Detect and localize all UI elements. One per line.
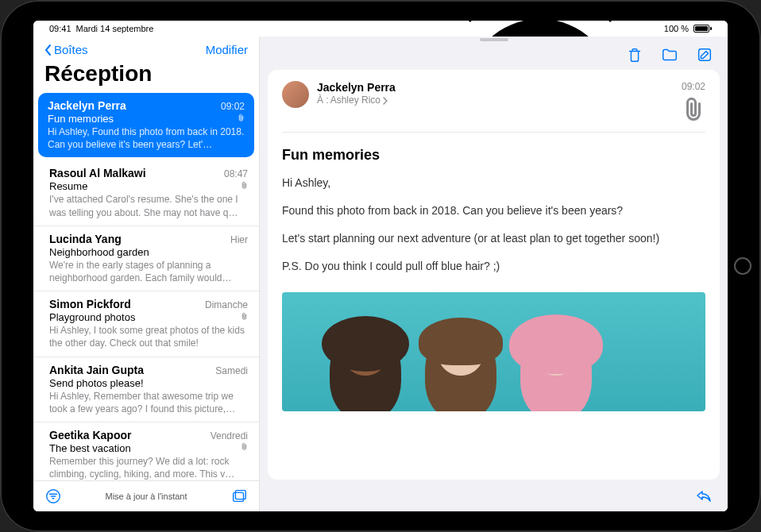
mail-subject: Fun memories — [48, 113, 114, 125]
mail-sender: Simon Pickford — [49, 298, 131, 310]
attachment-icon[interactable] — [682, 95, 705, 125]
mail-time: Samedi — [215, 365, 248, 376]
attached-photo[interactable] — [282, 292, 705, 411]
message-from[interactable]: Jackelyn Perra — [317, 81, 396, 94]
mail-subject: Neighborhood garden — [49, 246, 149, 258]
sidebar-footer: Mise à jour à l'instant — [33, 480, 259, 511]
message-time: 09:02 — [682, 81, 705, 92]
mail-item[interactable]: Jackelyn Perra09:02Fun memoriesHi Ashley… — [38, 93, 254, 157]
photo-person-2 — [425, 324, 496, 411]
mail-subject: The best vacation — [49, 442, 131, 454]
mail-preview: I've attached Carol's resume. She's the … — [49, 193, 248, 218]
status-time: 09:41 — [49, 24, 71, 33]
battery-icon — [693, 25, 712, 33]
mail-list[interactable]: Jackelyn Perra09:02Fun memoriesHi Ashley… — [33, 93, 259, 480]
photo-person-1 — [330, 324, 401, 411]
mail-time: Hier — [230, 234, 248, 245]
mail-item[interactable]: Simon PickfordDimanchePlayground photosH… — [33, 291, 259, 357]
home-button[interactable] — [734, 257, 751, 275]
mail-subject: Send photos please! — [49, 377, 144, 389]
edit-button[interactable]: Modifier — [206, 43, 248, 56]
photo-person-3 — [520, 324, 592, 411]
mail-time: 09:02 — [221, 101, 245, 112]
attachment-indicator-icon — [241, 442, 248, 453]
svg-rect-2 — [235, 491, 245, 499]
mail-preview: Hi Ashley, I took some great photos of t… — [49, 324, 248, 349]
mail-item[interactable]: Ankita Jain GuptaSamediSend photos pleas… — [33, 357, 259, 422]
chevron-left-icon — [44, 44, 52, 56]
mail-sender: Geetika Kapoor — [49, 429, 131, 441]
attachment-indicator-icon — [238, 114, 245, 124]
mail-preview: Hi Ashley, Found this photo from back in… — [48, 125, 245, 151]
battery-percent: 100 % — [664, 24, 689, 33]
body-paragraph-3: P.S. Do you think I could pull off blue … — [282, 258, 705, 275]
body-paragraph-2: Let's start planning our next adventure … — [282, 230, 705, 247]
delete-button[interactable] — [626, 46, 643, 64]
message-toolbar — [260, 41, 728, 70]
message-card: Jackelyn Perra À : Ashley Rico 09:02 — [268, 70, 720, 480]
message-header: Jackelyn Perra À : Ashley Rico 09:02 — [282, 81, 705, 133]
to-label: À : — [317, 94, 329, 106]
mail-time: 08:47 — [224, 168, 248, 179]
mail-app: Boîtes Modifier Réception Jackelyn Perra… — [33, 37, 728, 511]
mail-preview: We're in the early stages of planning a … — [49, 259, 248, 284]
mail-time: Vendredi — [211, 430, 248, 441]
mail-time: Dimanche — [205, 299, 248, 310]
mail-item[interactable]: Rasoul Al Malkawi08:47ResumeI've attache… — [33, 160, 259, 226]
compose-button[interactable] — [696, 46, 713, 64]
ipad-device-frame: 09:41 Mardi 14 septembre 100 % — [0, 0, 761, 532]
mail-subject: Resume — [49, 180, 87, 192]
sidebar: Boîtes Modifier Réception Jackelyn Perra… — [33, 37, 260, 511]
body-greeting: Hi Ashley, — [282, 175, 705, 191]
mail-sender: Jackelyn Perra — [48, 99, 126, 112]
mail-sender: Rasoul Al Malkawi — [49, 167, 146, 179]
svg-rect-1 — [234, 492, 244, 501]
body-paragraph-1: Found this photo from back in 2018. Can … — [282, 202, 705, 219]
message-body: Hi Ashley, Found this photo from back in… — [282, 175, 705, 286]
status-bar: 09:41 Mardi 14 septembre 100 % — [33, 21, 728, 37]
filter-button[interactable] — [44, 488, 62, 505]
mailbox-title: Réception — [33, 60, 259, 93]
mail-preview: Remember this journey? We did a lot: roc… — [49, 455, 248, 480]
sync-status: Mise à jour à l'instant — [106, 492, 187, 501]
mail-item[interactable]: Geetika KapoorVendrediThe best vacationR… — [33, 422, 259, 480]
content-footer — [260, 480, 728, 511]
mail-subject: Playground photos — [49, 311, 135, 323]
mail-preview: Hi Ashley, Remember that awesome trip we… — [49, 390, 248, 415]
move-folder-button[interactable] — [661, 46, 678, 64]
mail-sender: Ankita Jain Gupta — [49, 364, 144, 376]
reply-button[interactable] — [694, 486, 713, 505]
mail-item[interactable]: Lucinda YangHierNeighborhood gardenWe're… — [33, 226, 259, 291]
status-date: Mardi 14 septembre — [76, 24, 154, 33]
sidebar-nav: Boîtes Modifier — [33, 37, 259, 60]
message-pane: Jackelyn Perra À : Ashley Rico 09:02 — [260, 37, 728, 511]
attachment-indicator-icon — [241, 312, 248, 322]
attachment-indicator-icon — [241, 181, 248, 191]
back-button[interactable]: Boîtes — [44, 43, 88, 56]
screen: 09:41 Mardi 14 septembre 100 % — [33, 21, 728, 511]
folders-button[interactable] — [230, 488, 248, 505]
message-to-row[interactable]: À : Ashley Rico — [317, 94, 396, 106]
mail-sender: Lucinda Yang — [49, 233, 122, 245]
message-subject: Fun memories — [282, 147, 705, 164]
to-recipient: Ashley Rico — [330, 94, 380, 106]
svg-rect-3 — [699, 49, 711, 61]
chevron-right-icon — [382, 96, 388, 104]
sender-avatar[interactable] — [282, 81, 309, 108]
back-label: Boîtes — [54, 43, 88, 56]
